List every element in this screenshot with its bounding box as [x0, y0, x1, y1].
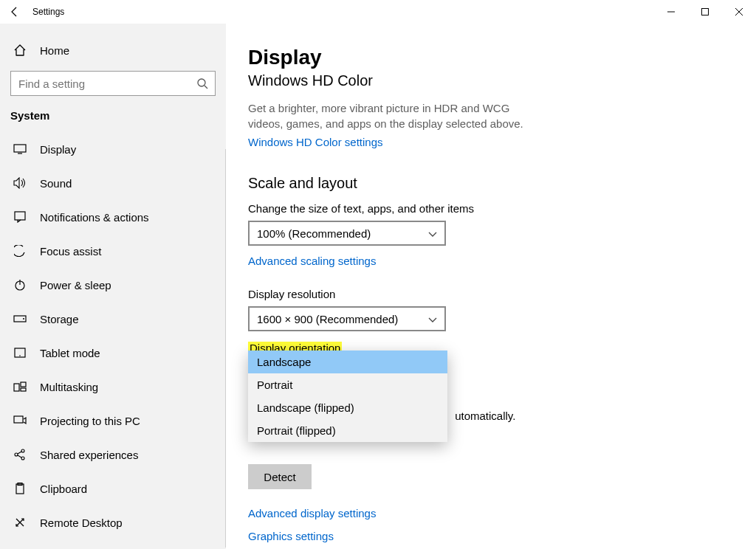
storage-icon — [10, 315, 30, 322]
shared-icon — [10, 449, 30, 460]
projecting-icon — [10, 415, 30, 426]
nav-label: Multitasking — [40, 381, 98, 393]
hd-color-settings-link[interactable]: Windows HD Color settings — [248, 136, 734, 148]
search-icon — [190, 77, 215, 89]
search-input[interactable] — [11, 77, 190, 90]
settings-window: Settings Home — [0, 0, 756, 549]
nav-item-remote[interactable]: Remote Desktop — [0, 505, 226, 539]
multitasking-icon — [10, 381, 30, 392]
nav-label: Power & sleep — [40, 279, 111, 291]
svg-line-21 — [18, 455, 21, 458]
home-label: Home — [40, 44, 69, 57]
window-controls — [654, 0, 756, 24]
orientation-option-landscape[interactable]: Landscape — [248, 351, 447, 373]
minimize-button[interactable] — [654, 0, 688, 24]
hd-description: Get a brighter, more vibrant picture in … — [248, 100, 543, 131]
close-button[interactable] — [722, 0, 756, 24]
power-icon — [10, 279, 30, 291]
nav-label: Remote Desktop — [40, 517, 123, 529]
nav-item-multitasking[interactable]: Multitasking — [0, 370, 226, 404]
nav-item-power[interactable]: Power & sleep — [0, 268, 226, 302]
svg-rect-15 — [21, 388, 26, 391]
svg-point-10 — [23, 318, 24, 320]
graphics-settings-link[interactable]: Graphics settings — [248, 530, 734, 542]
svg-point-12 — [19, 355, 21, 356]
sound-icon — [10, 177, 30, 189]
resolution-label: Display resolution — [248, 288, 734, 300]
nav-divider — [225, 149, 226, 548]
nav-item-display[interactable]: Display — [0, 132, 226, 166]
home-nav[interactable]: Home — [0, 34, 226, 66]
orientation-option-portrait-flipped[interactable]: Portrait (flipped) — [248, 419, 447, 442]
nav-item-notifications[interactable]: Notifications & actions — [0, 200, 226, 234]
svg-rect-14 — [21, 382, 26, 387]
scale-label: Change the size of text, apps, and other… — [248, 202, 734, 215]
scale-value: 100% (Recommended) — [257, 227, 371, 240]
nav-label: Clipboard — [40, 483, 87, 495]
tablet-icon — [10, 348, 30, 358]
advanced-scaling-link[interactable]: Advanced scaling settings — [248, 255, 734, 267]
nav-item-storage[interactable]: Storage — [0, 302, 226, 336]
clipboard-icon — [10, 483, 30, 494]
svg-rect-1 — [702, 9, 709, 15]
svg-point-18 — [21, 449, 24, 452]
svg-line-20 — [18, 452, 21, 454]
nav-item-clipboard[interactable]: Clipboard — [0, 472, 226, 505]
scale-heading: Scale and layout — [248, 175, 734, 192]
back-button[interactable] — [0, 0, 30, 24]
orientation-option-portrait[interactable]: Portrait — [248, 373, 447, 396]
page-title: Display — [248, 46, 734, 69]
nav-label: Notifications & actions — [40, 211, 149, 224]
svg-point-19 — [21, 457, 24, 460]
remote-icon — [10, 517, 30, 528]
sidebar: Home System Display Sound — [0, 24, 226, 549]
nav-item-tablet[interactable]: Tablet mode — [0, 336, 226, 370]
svg-rect-4 — [14, 145, 26, 152]
svg-rect-16 — [14, 416, 23, 423]
home-icon — [10, 44, 30, 57]
nav-label: Storage — [40, 313, 79, 325]
svg-rect-6 — [15, 212, 25, 220]
nav-item-sound[interactable]: Sound — [0, 166, 226, 200]
svg-rect-13 — [14, 384, 19, 391]
main-panel: Display Windows HD Color Get a brighter,… — [226, 24, 756, 549]
nav-label: Focus assist — [40, 245, 101, 258]
chevron-down-icon — [428, 227, 437, 240]
nav-list: Display Sound Notifications & actions Fo… — [0, 132, 226, 549]
nav-label: Display — [40, 143, 76, 156]
orientation-dropdown[interactable]: Landscape Portrait Landscape (flipped) P… — [248, 351, 447, 442]
nav-label: Sound — [40, 177, 72, 190]
hd-subtitle: Windows HD Color — [248, 72, 734, 89]
display-icon — [10, 144, 30, 154]
resolution-combobox[interactable]: 1600 × 900 (Recommended) — [248, 306, 446, 331]
window-title: Settings — [30, 7, 64, 17]
advanced-display-link[interactable]: Advanced display settings — [248, 507, 734, 519]
svg-point-2 — [198, 79, 205, 86]
nav-label: Tablet mode — [40, 347, 100, 359]
nav-label: Projecting to this PC — [40, 415, 140, 427]
nav-item-projecting[interactable]: Projecting to this PC — [0, 404, 226, 438]
nav-label: Shared experiences — [40, 449, 138, 461]
titlebar: Settings — [0, 0, 756, 24]
chevron-down-icon — [428, 313, 437, 325]
nav-item-shared[interactable]: Shared experiences — [0, 438, 226, 472]
orientation-option-landscape-flipped[interactable]: Landscape (flipped) — [248, 396, 447, 419]
maximize-button[interactable] — [688, 0, 722, 24]
nav-item-focus-assist[interactable]: Focus assist — [0, 234, 226, 268]
svg-point-17 — [15, 453, 18, 456]
resolution-value: 1600 × 900 (Recommended) — [257, 313, 398, 325]
svg-line-3 — [205, 86, 207, 89]
detect-button[interactable]: Detect — [248, 464, 312, 489]
search-input-wrap[interactable] — [10, 71, 216, 96]
focus-assist-icon — [10, 245, 30, 257]
category-heading: System — [0, 96, 226, 129]
scale-combobox[interactable]: 100% (Recommended) — [248, 221, 446, 246]
notifications-icon — [10, 211, 30, 223]
